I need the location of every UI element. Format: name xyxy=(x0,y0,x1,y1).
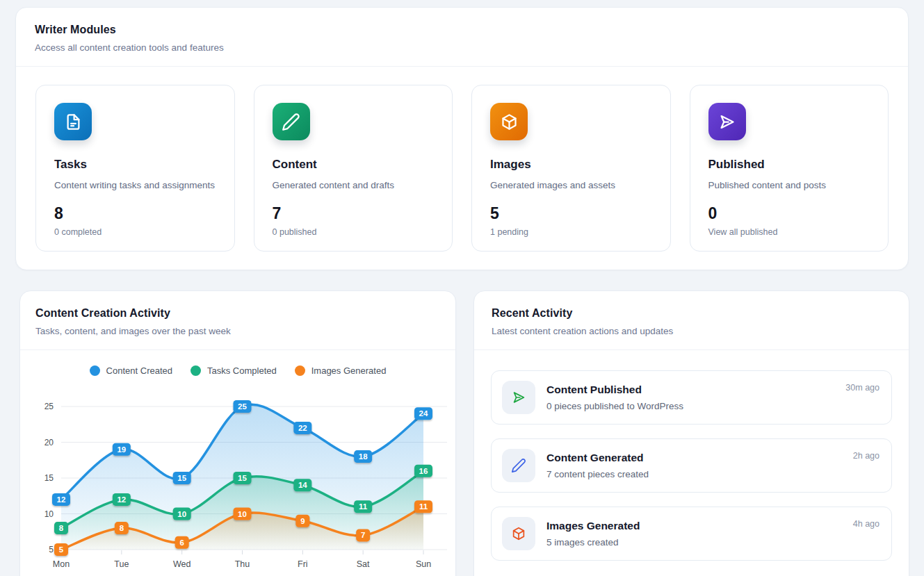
svg-text:11: 11 xyxy=(419,502,428,511)
dashboard-page: Writer Modules Access all content creati… xyxy=(0,0,924,576)
svg-text:6: 6 xyxy=(179,538,184,547)
card-count: 5 xyxy=(490,204,652,223)
activity-icon-tile xyxy=(502,381,535,414)
writer-modules-header: Writer Modules Access all content creati… xyxy=(16,8,908,67)
svg-text:5: 5 xyxy=(49,545,54,554)
activity-description: 7 content pieces created xyxy=(546,469,649,479)
card-count: 0 xyxy=(708,204,870,223)
svg-text:12: 12 xyxy=(117,495,126,504)
card-description: Content writing tasks and assignments xyxy=(54,180,216,190)
recent-activity-header: Recent Activity Latest content creation … xyxy=(474,291,909,350)
recent-activity-panel: Recent Activity Latest content creation … xyxy=(473,290,909,576)
module-card-images[interactable]: Images Generated images and assets 5 1 p… xyxy=(471,85,671,252)
published-tile xyxy=(708,103,746,140)
legend-dot xyxy=(295,365,305,376)
activity-content: Images Generated 5 images created xyxy=(546,520,640,548)
bottom-row: Content Creation Activity Tasks, content… xyxy=(19,290,909,576)
activity-description: 0 pieces published to WordPress xyxy=(546,401,683,411)
send-icon xyxy=(718,113,736,131)
svg-text:Sun: Sun xyxy=(416,559,431,569)
card-title: Images xyxy=(490,158,652,172)
card-subtext: 1 pending xyxy=(490,227,652,237)
svg-text:22: 22 xyxy=(298,424,307,432)
cube-icon xyxy=(511,526,526,541)
card-subtext: 0 completed xyxy=(54,227,216,237)
activity-timestamp: 30m ago xyxy=(845,383,880,393)
svg-text:12: 12 xyxy=(57,495,66,504)
svg-text:Mon: Mon xyxy=(53,559,70,569)
activity-item-content-generated[interactable]: Content Generated 7 content pieces creat… xyxy=(491,438,892,493)
svg-text:10: 10 xyxy=(238,510,247,518)
card-description: Published content and posts xyxy=(708,180,870,190)
writer-modules-subtitle: Access all content creation tools and fe… xyxy=(35,42,889,53)
cube-icon xyxy=(500,113,519,131)
recent-activity-subtitle: Latest content creation actions and upda… xyxy=(492,326,890,336)
chart-legend: Content CreatedTasks CompletedImages Gen… xyxy=(20,365,455,376)
tasks-tile xyxy=(54,103,92,140)
svg-text:Thu: Thu xyxy=(235,559,250,569)
card-description: Generated content and drafts xyxy=(273,180,435,190)
activity-chart: 510152025MonTueWedThuFriSatSun1219152522… xyxy=(20,388,457,576)
pencil-icon xyxy=(511,458,526,473)
card-count: 7 xyxy=(273,204,435,223)
svg-text:9: 9 xyxy=(300,517,305,525)
svg-text:19: 19 xyxy=(117,445,126,454)
module-card-tasks[interactable]: Tasks Content writing tasks and assignme… xyxy=(35,85,235,252)
activity-timestamp: 4h ago xyxy=(853,519,880,529)
content-tile xyxy=(273,103,310,140)
card-title: Content xyxy=(273,158,435,172)
activity-content: Content Published 0 pieces published to … xyxy=(546,384,683,411)
chart-panel-title: Content Creation Activity xyxy=(35,307,437,320)
content-creation-activity-panel: Content Creation Activity Tasks, content… xyxy=(19,290,456,576)
images-tile xyxy=(490,103,528,140)
activity-timestamp: 2h ago xyxy=(853,451,880,461)
svg-text:24: 24 xyxy=(419,409,428,418)
svg-text:5: 5 xyxy=(59,545,64,554)
module-card-published[interactable]: Published Published content and posts 0 … xyxy=(690,85,889,252)
svg-text:10: 10 xyxy=(44,509,54,519)
legend-item[interactable]: Tasks Completed xyxy=(191,365,277,376)
legend-item[interactable]: Images Generated xyxy=(295,365,387,376)
svg-text:18: 18 xyxy=(359,452,368,461)
card-count: 8 xyxy=(54,204,216,223)
legend-label: Content Created xyxy=(106,365,172,376)
svg-text:Wed: Wed xyxy=(173,559,191,569)
legend-dot xyxy=(90,365,100,376)
module-cards-row: Tasks Content writing tasks and assignme… xyxy=(16,67,908,270)
svg-text:20: 20 xyxy=(44,438,54,447)
legend-item[interactable]: Content Created xyxy=(90,365,172,376)
svg-text:16: 16 xyxy=(419,467,428,475)
svg-text:15: 15 xyxy=(44,473,54,483)
svg-text:10: 10 xyxy=(177,510,186,518)
writer-modules-title: Writer Modules xyxy=(35,24,889,36)
card-description: Generated images and assets xyxy=(490,180,652,190)
svg-text:8: 8 xyxy=(59,524,64,532)
activity-description: 5 images created xyxy=(546,537,640,548)
activity-title: Images Generated xyxy=(546,520,640,532)
svg-text:Tue: Tue xyxy=(114,559,129,569)
svg-text:14: 14 xyxy=(298,481,307,489)
svg-text:Fri: Fri xyxy=(298,559,308,569)
activity-list: Content Published 0 pieces published to … xyxy=(474,350,909,576)
svg-text:11: 11 xyxy=(359,502,368,511)
chart-body: Content CreatedTasks CompletedImages Gen… xyxy=(20,350,455,576)
svg-text:8: 8 xyxy=(120,524,124,532)
card-subtext[interactable]: View all published xyxy=(708,227,870,237)
svg-text:25: 25 xyxy=(44,402,54,411)
file-icon xyxy=(64,113,83,131)
activity-item-images-generated[interactable]: Images Generated 5 images created 4h ago xyxy=(491,507,892,561)
pencil-icon xyxy=(282,113,300,131)
card-title: Tasks xyxy=(54,158,216,172)
module-card-content[interactable]: Content Generated content and drafts 7 0… xyxy=(254,85,453,252)
chart-panel-subtitle: Tasks, content, and images over the past… xyxy=(35,326,437,336)
writer-modules-panel: Writer Modules Access all content creati… xyxy=(15,7,909,270)
svg-text:Sat: Sat xyxy=(357,559,370,569)
svg-text:7: 7 xyxy=(361,531,365,539)
activity-icon-tile xyxy=(502,449,535,482)
legend-label: Tasks Completed xyxy=(207,365,277,376)
legend-label: Images Generated xyxy=(311,365,387,376)
activity-item-content-published[interactable]: Content Published 0 pieces published to … xyxy=(491,370,892,425)
card-subtext: 0 published xyxy=(273,227,435,237)
activity-title: Content Generated xyxy=(546,452,649,464)
svg-text:15: 15 xyxy=(177,474,186,482)
